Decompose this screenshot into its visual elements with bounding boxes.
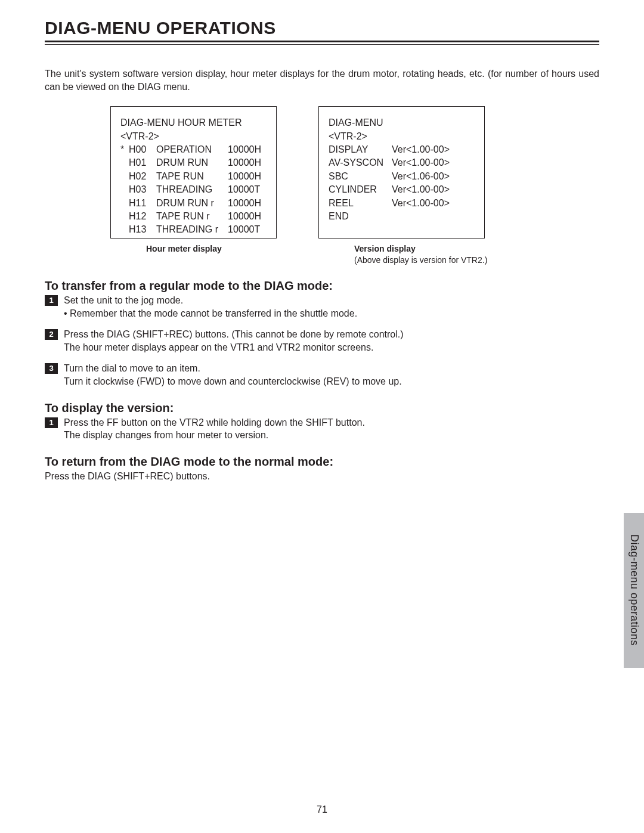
version-rows: DISPLAYVer<1.00-00>AV-SYSCONVer<1.00-00>…	[329, 143, 475, 223]
hour-meter-header1: DIAG-MENU HOUR METER	[120, 116, 267, 129]
version-val: Ver<1.00-00>	[392, 143, 475, 156]
step-number-icon: 1	[45, 295, 58, 306]
section3-heading: To return from the DIAG mode to the norm…	[45, 455, 599, 469]
hour-meter-code: H02	[129, 170, 156, 183]
version-name: DISPLAY	[329, 143, 392, 156]
hour-meter-caption-bold: Hour meter display	[146, 244, 222, 253]
page-title: DIAG-MENU OPERATIONS	[45, 18, 599, 38]
hour-meter-val: 10000T	[228, 183, 267, 196]
version-row: AV-SYSCONVer<1.00-00>	[329, 156, 475, 169]
hour-meter-mark	[120, 156, 129, 169]
hour-meter-mark	[120, 223, 129, 236]
version-name: CYLINDER	[329, 183, 392, 196]
step-line: Turn the dial to move to an item.	[64, 362, 599, 375]
step-number-icon: 1	[45, 417, 58, 428]
page: DIAG-MENU OPERATIONS The unit's system s…	[0, 0, 644, 833]
step-line: • Remember that the mode cannot be trans…	[64, 307, 599, 320]
version-row: DISPLAYVer<1.00-00>	[329, 143, 475, 156]
hour-meter-row: H03THREADING10000T	[120, 183, 267, 196]
hour-meter-row: H01DRUM RUN10000H	[120, 156, 267, 169]
version-val: Ver<1.06-00>	[392, 170, 475, 183]
step: 1Press the FF button on the VTR2 while h…	[45, 416, 599, 442]
hour-meter-name: THREADING	[156, 183, 228, 196]
version-row: CYLINDERVer<1.00-00>	[329, 183, 475, 196]
hour-meter-mark	[120, 210, 129, 223]
version-box: DIAG-MENU <VTR-2> DISPLAYVer<1.00-00>AV-…	[318, 106, 485, 239]
version-col: DIAG-MENU <VTR-2> DISPLAYVer<1.00-00>AV-…	[318, 106, 487, 266]
section1-heading: To transfer from a regular mode to the D…	[45, 279, 599, 293]
version-val: Ver<1.00-00>	[392, 156, 475, 169]
hour-meter-val: 10000H	[228, 143, 267, 156]
hour-meter-val: 10000H	[228, 197, 267, 210]
hour-meter-name: THREADING r	[156, 223, 228, 236]
hour-meter-caption: Hour meter display	[110, 243, 277, 255]
version-name: AV-SYSCON	[329, 156, 392, 169]
step-line: The hour meter displays appear on the VT…	[64, 341, 599, 354]
version-header2: <VTR-2>	[329, 130, 475, 143]
version-row: REELVer<1.00-00>	[329, 197, 475, 210]
step-line: Set the unit to the jog mode.	[64, 294, 599, 307]
hour-meter-row: H11DRUM RUN r10000H	[120, 197, 267, 210]
step-number-icon: 3	[45, 363, 58, 374]
hour-meter-code: H03	[129, 183, 156, 196]
version-caption-note: (Above display is version for VTR2.)	[354, 255, 487, 265]
hour-meter-row: *H00OPERATION10000H	[120, 143, 267, 156]
rule-thick	[45, 41, 599, 42]
version-row: SBCVer<1.06-00>	[329, 170, 475, 183]
hour-meter-code: H12	[129, 210, 156, 223]
step-body: Turn the dial to move to an item.Turn it…	[64, 362, 599, 388]
hour-meter-val: 10000H	[228, 210, 267, 223]
hour-meter-name: TAPE RUN r	[156, 210, 228, 223]
version-name: REEL	[329, 197, 392, 210]
hour-meter-mark: *	[120, 143, 129, 156]
section2-steps: 1Press the FF button on the VTR2 while h…	[45, 416, 599, 442]
hour-meter-code: H11	[129, 197, 156, 210]
step: 1Set the unit to the jog mode.• Remember…	[45, 294, 599, 320]
hour-meter-header2: <VTR-2>	[120, 130, 267, 143]
rule-thin	[45, 44, 599, 45]
section3-text: Press the DIAG (SHIFT+REC) buttons.	[45, 470, 599, 483]
version-caption: Version display (Above display is versio…	[318, 243, 487, 266]
step: 3Turn the dial to move to an item.Turn i…	[45, 362, 599, 388]
hour-meter-row: H13THREADING r10000T	[120, 223, 267, 236]
hour-meter-name: TAPE RUN	[156, 170, 228, 183]
hour-meter-code: H01	[129, 156, 156, 169]
hour-meter-mark	[120, 170, 129, 183]
version-val	[392, 210, 475, 223]
hour-meter-mark	[120, 197, 129, 210]
hour-meter-val: 10000H	[228, 156, 267, 169]
hour-meter-val: 10000H	[228, 170, 267, 183]
step-line: Press the DIAG (SHIFT+REC) buttons. (Thi…	[64, 328, 599, 341]
version-header1: DIAG-MENU	[329, 116, 475, 129]
hour-meter-name: DRUM RUN r	[156, 197, 228, 210]
hour-meter-col: DIAG-MENU HOUR METER <VTR-2> *H00OPERATI…	[110, 106, 277, 255]
version-name: END	[329, 210, 392, 223]
version-val: Ver<1.00-00>	[392, 183, 475, 196]
hour-meter-code: H13	[129, 223, 156, 236]
hour-meter-row: H02TAPE RUN10000H	[120, 170, 267, 183]
step-number-icon: 2	[45, 329, 58, 340]
hour-meter-mark	[120, 183, 129, 196]
intro-text: The unit's system software version displ…	[45, 67, 599, 93]
step-body: Set the unit to the jog mode.• Remember …	[64, 294, 599, 320]
version-val: Ver<1.00-00>	[392, 197, 475, 210]
hour-meter-val: 10000T	[228, 223, 267, 236]
hour-meter-rows: *H00OPERATION10000HH01DRUM RUN10000HH02T…	[120, 143, 267, 237]
version-caption-bold: Version display	[354, 244, 416, 253]
hour-meter-box: DIAG-MENU HOUR METER <VTR-2> *H00OPERATI…	[110, 106, 277, 239]
version-row: END	[329, 210, 475, 223]
hour-meter-row: H12TAPE RUN r10000H	[120, 210, 267, 223]
step-line: Press the FF button on the VTR2 while ho…	[64, 416, 599, 429]
side-tab: Diag-menu operations	[624, 513, 644, 668]
side-tab-label: Diag-menu operations	[628, 534, 640, 646]
step-body: Press the FF button on the VTR2 while ho…	[64, 416, 599, 442]
hour-meter-code: H00	[129, 143, 156, 156]
step-line: Turn it clockwise (FWD) to move down and…	[64, 375, 599, 388]
step-line: The display changes from hour meter to v…	[64, 429, 599, 442]
hour-meter-name: OPERATION	[156, 143, 228, 156]
page-number: 71	[0, 804, 644, 815]
display-boxes: DIAG-MENU HOUR METER <VTR-2> *H00OPERATI…	[110, 106, 599, 266]
step-body: Press the DIAG (SHIFT+REC) buttons. (Thi…	[64, 328, 599, 354]
section1-steps: 1Set the unit to the jog mode.• Remember…	[45, 294, 599, 388]
step: 2Press the DIAG (SHIFT+REC) buttons. (Th…	[45, 328, 599, 354]
